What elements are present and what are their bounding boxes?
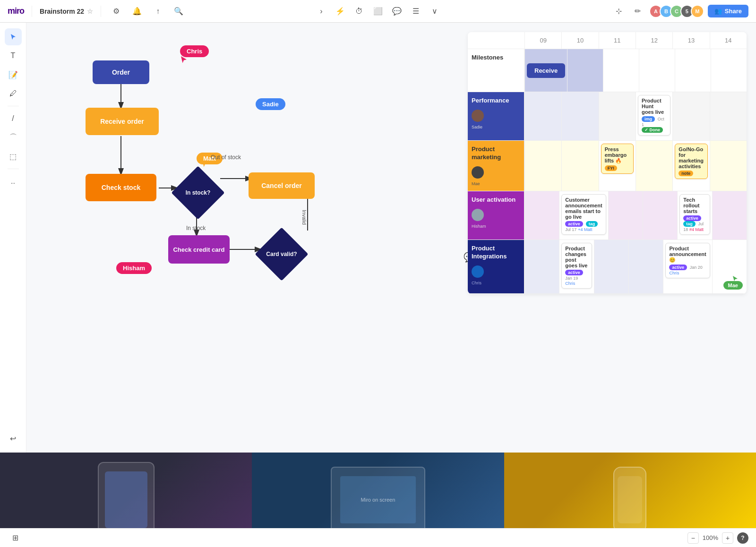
frame-tool[interactable]: ⬚: [5, 148, 22, 165]
avatar-me: M: [691, 5, 704, 18]
product-marketing-row: Product marketing Mae Press embargo lift…: [468, 141, 747, 191]
performance-cell-5: [710, 92, 747, 140]
comment-icon[interactable]: 💬: [389, 4, 404, 19]
user-activation-label-text: User activation: [472, 196, 515, 204]
pi-cell-4: Product announcement 😊 active Jan 20 Chr…: [663, 240, 712, 293]
board-icon[interactable]: ⬜: [370, 4, 386, 19]
product-announcement-card: Product announcement 😊 active Jan 20 Chr…: [665, 243, 710, 278]
milestone-cell-0: Receive: [524, 49, 567, 92]
select-icon[interactable]: ⊹: [611, 4, 627, 19]
star-icon[interactable]: ☆: [87, 8, 93, 15]
chris-name: Chris: [472, 281, 481, 285]
header-label: [468, 32, 524, 49]
share-button[interactable]: 👥 Share: [708, 5, 748, 17]
milestones-label-cell: Milestones: [468, 49, 524, 92]
timeline-header: 09 10 11 12 13 14: [468, 32, 747, 49]
milestone-cell-3: [639, 49, 675, 92]
ua-cell-1: Customer announcement emails start to go…: [559, 191, 608, 239]
pen-icon[interactable]: ✏: [630, 4, 645, 19]
sadie-cursor-label: Sadie: [256, 98, 285, 110]
performance-cell-0: [524, 92, 561, 140]
card-valid-diamond: Card valid?: [256, 228, 308, 280]
product-marketing-label-text: Product marketing: [472, 145, 520, 162]
timer-icon[interactable]: ⏱: [352, 4, 367, 19]
search-icon[interactable]: 🔍: [171, 4, 186, 19]
help-button[interactable]: ?: [737, 532, 748, 544]
invalid-label: Invalid: [301, 210, 307, 225]
tablet-silhouette: [98, 462, 155, 538]
nav-back-icon[interactable]: ›: [314, 4, 329, 19]
statusbar: ⊞ − 100% + ?: [0, 528, 756, 547]
panel-toggle[interactable]: ⊞: [8, 530, 23, 546]
laptop-silhouette: Miro on screen: [331, 467, 425, 533]
topbar: miro Brainstorm 22 ☆ ⚙ 🔔 ↑ 🔍 › ⚡ ⏱ ⬜ 💬 ☰…: [0, 0, 756, 23]
hisham-name: Hisham: [472, 224, 486, 229]
go-no-go-card: Go/No-Go for marketing activities note: [675, 144, 707, 179]
zoom-level: 100%: [703, 534, 718, 541]
user-activation-label-cell: User activation Hisham: [468, 191, 524, 239]
more-tools[interactable]: ..: [5, 173, 22, 190]
hisham-cursor-label: Hisham: [116, 262, 152, 274]
canvas[interactable]: Chris Sadie 💬 3 Matt Hisham O: [26, 23, 756, 453]
avatars-group: A B C 5 M: [649, 5, 704, 18]
pm-cell-1: [561, 141, 598, 191]
product-integrations-row: Product Integrations Chris Product chang…: [468, 240, 747, 294]
header-13: 13: [672, 32, 709, 49]
chris-cursor-label: Chris: [180, 45, 209, 57]
chris-cursor: [180, 56, 188, 65]
zoom-in-button[interactable]: +: [722, 532, 733, 544]
settings-icon[interactable]: ⚙: [109, 4, 124, 19]
main-area: T 📝 🖊 / ⌒ ⬚ .. ↩: [0, 23, 756, 453]
pi-cell-1: Product changes post goes live active Ja…: [559, 240, 593, 293]
cursor-tool[interactable]: [5, 28, 22, 45]
performance-label-cell: Performance Sadie: [468, 92, 524, 140]
line-tool[interactable]: /: [5, 110, 22, 127]
ua-cell-5: [712, 191, 747, 239]
in-stock-label: In stock: [186, 225, 206, 231]
in-stock-diamond: In stock?: [172, 167, 224, 219]
milestones-label-text: Milestones: [472, 54, 503, 62]
flowchart: Chris Sadie 💬 3 Matt Hisham O: [41, 32, 310, 344]
phone-silhouette: [613, 467, 646, 533]
pi-cell-0: [524, 240, 559, 293]
pi-cell-5: Mae: [712, 240, 747, 293]
undo-tool[interactable]: ↩: [5, 430, 22, 447]
mae-name: Mae: [472, 181, 480, 186]
user-activation-avatar: [472, 209, 484, 221]
receive-order-node: Receive order: [86, 108, 159, 135]
product-marketing-avatar: [472, 166, 484, 179]
sadie-name: Sadie: [472, 125, 482, 129]
check-credit-card-node: Check credit card: [168, 235, 230, 264]
ua-cell-3: [643, 191, 677, 239]
product-hunt-card: Product Hunt goes live img Oct 1 ✓ Done: [638, 95, 670, 136]
pen-tool[interactable]: 🖊: [5, 85, 22, 102]
product-integrations-avatar: [472, 265, 484, 278]
product-marketing-label-cell: Product marketing Mae: [468, 141, 524, 191]
notification-icon[interactable]: 🔔: [129, 4, 145, 19]
text-tool[interactable]: T: [5, 47, 22, 64]
performance-label-text: Performance: [472, 97, 509, 105]
performance-cell-4: [672, 92, 709, 140]
lightning-icon[interactable]: ⚡: [333, 4, 348, 19]
milestone-cell-4: [675, 49, 711, 92]
press-embargo-card: Press embargo lifts 🔥 FYI: [601, 144, 634, 174]
tech-rollout-card: Tech rollout starts active tag Jul 18 #4…: [679, 194, 710, 235]
performance-row: Performance Sadie Product Hunt goes live…: [468, 92, 747, 141]
chevron-down-icon[interactable]: ∨: [427, 4, 442, 19]
arc-tool[interactable]: ⌒: [5, 129, 22, 146]
menu-icon[interactable]: ☰: [408, 4, 423, 19]
ua-cell-2: [608, 191, 643, 239]
header-12: 12: [636, 32, 672, 49]
performance-avatar: [472, 110, 484, 122]
topbar-right: ⊹ ✏ A B C 5 M 👥 Share: [611, 4, 748, 19]
upload-icon[interactable]: ↑: [150, 4, 165, 19]
topbar-center-tools: › ⚡ ⏱ ⬜ 💬 ☰ ∨: [314, 4, 442, 19]
milestone-cell-2: [603, 49, 639, 92]
out-of-stock-label: Out of stock: [211, 154, 241, 161]
header-11: 11: [599, 32, 636, 49]
zoom-control: − 100% + ?: [687, 532, 748, 544]
zoom-out-button[interactable]: −: [687, 532, 699, 544]
sticky-tool[interactable]: 📝: [5, 66, 22, 83]
product-changes-card: Product changes post goes live active Ja…: [561, 243, 592, 289]
header-10: 10: [561, 32, 598, 49]
